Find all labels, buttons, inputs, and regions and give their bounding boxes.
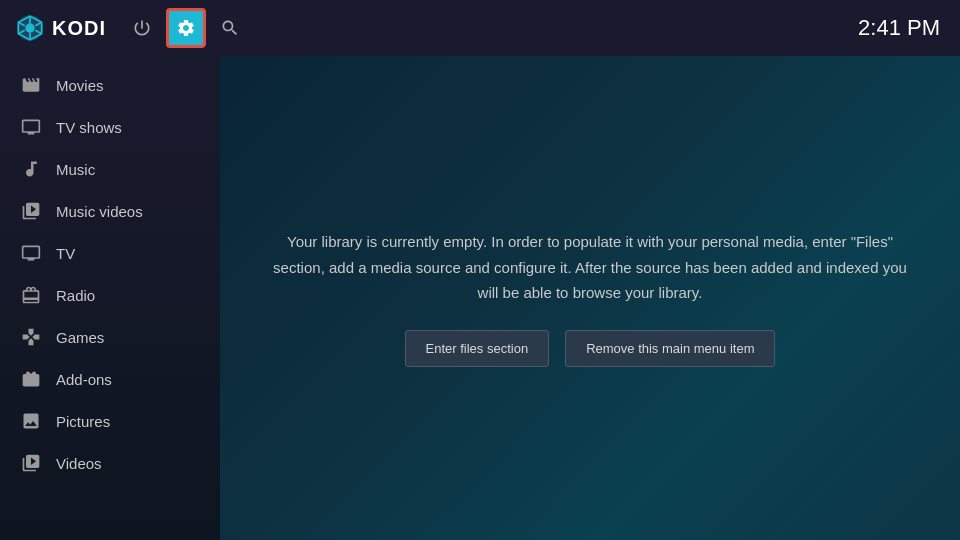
remove-menu-item-button[interactable]: Remove this main menu item xyxy=(565,330,775,367)
radio-icon xyxy=(20,284,42,306)
sidebar-item-add-ons-label: Add-ons xyxy=(56,371,112,388)
top-bar: KODI 2:41 PM xyxy=(0,0,960,56)
music-icon xyxy=(20,158,42,180)
games-icon xyxy=(20,326,42,348)
sidebar: Movies TV shows Music Music videos TV xyxy=(0,56,220,540)
sidebar-item-radio-label: Radio xyxy=(56,287,95,304)
settings-button[interactable] xyxy=(166,8,206,48)
enter-files-button[interactable]: Enter files section xyxy=(405,330,550,367)
sidebar-item-music-label: Music xyxy=(56,161,95,178)
videos-icon xyxy=(20,452,42,474)
sidebar-item-games[interactable]: Games xyxy=(0,316,220,358)
content-box: Your library is currently empty. In orde… xyxy=(250,209,930,387)
sidebar-item-videos[interactable]: Videos xyxy=(0,442,220,484)
sidebar-item-tv[interactable]: TV xyxy=(0,232,220,274)
music-videos-icon xyxy=(20,200,42,222)
sidebar-item-pictures-label: Pictures xyxy=(56,413,110,430)
sidebar-item-add-ons[interactable]: Add-ons xyxy=(0,358,220,400)
sidebar-item-pictures[interactable]: Pictures xyxy=(0,400,220,442)
sidebar-item-tv-label: TV xyxy=(56,245,75,262)
tv-shows-icon xyxy=(20,116,42,138)
clock: 2:41 PM xyxy=(858,15,940,41)
main-layout: Movies TV shows Music Music videos TV xyxy=(0,56,960,540)
sidebar-item-tv-shows-label: TV shows xyxy=(56,119,122,136)
top-icons xyxy=(122,8,250,48)
kodi-logo: KODI xyxy=(16,14,106,42)
library-empty-message: Your library is currently empty. In orde… xyxy=(270,229,910,306)
sidebar-item-movies[interactable]: Movies xyxy=(0,64,220,106)
svg-point-2 xyxy=(25,23,34,32)
app-title: KODI xyxy=(52,17,106,40)
search-button[interactable] xyxy=(210,8,250,48)
main-content: Your library is currently empty. In orde… xyxy=(220,56,960,540)
pictures-icon xyxy=(20,410,42,432)
sidebar-item-videos-label: Videos xyxy=(56,455,102,472)
power-button[interactable] xyxy=(122,8,162,48)
sidebar-item-games-label: Games xyxy=(56,329,104,346)
tv-icon xyxy=(20,242,42,264)
sidebar-item-radio[interactable]: Radio xyxy=(0,274,220,316)
sidebar-item-tv-shows[interactable]: TV shows xyxy=(0,106,220,148)
add-ons-icon xyxy=(20,368,42,390)
sidebar-item-music-videos[interactable]: Music videos xyxy=(0,190,220,232)
sidebar-item-movies-label: Movies xyxy=(56,77,104,94)
sidebar-item-music[interactable]: Music xyxy=(0,148,220,190)
action-buttons: Enter files section Remove this main men… xyxy=(270,330,910,367)
kodi-icon xyxy=(16,14,44,42)
sidebar-item-music-videos-label: Music videos xyxy=(56,203,143,220)
movies-icon xyxy=(20,74,42,96)
